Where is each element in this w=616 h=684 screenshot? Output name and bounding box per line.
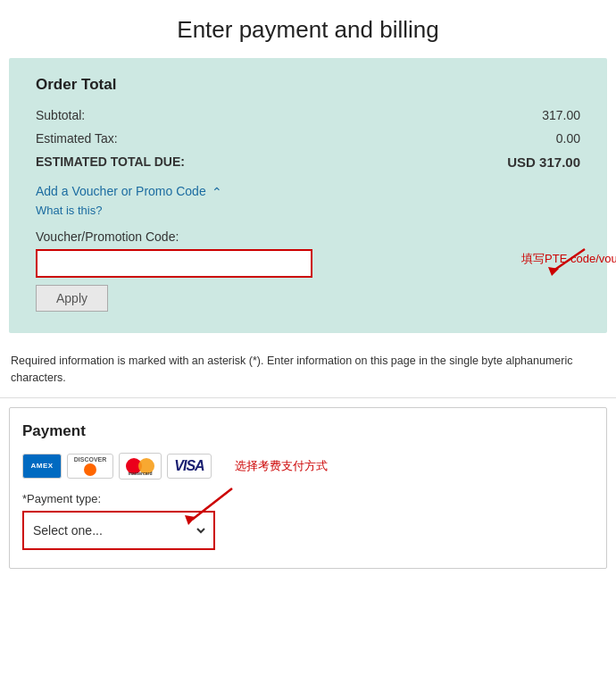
card-annotation-text: 选择考费支付方式 [235, 458, 328, 474]
visa-card-icon: VISA [167, 454, 212, 479]
svg-marker-3 [185, 515, 196, 525]
total-currency: USD [507, 154, 536, 170]
subtotal-value: 317.00 [542, 108, 580, 122]
voucher-link-row: Add a Voucher or Promo Code ⌃ [36, 184, 580, 200]
payment-arrow-icon [165, 484, 237, 529]
total-label: ESTIMATED TOTAL DUE: [36, 154, 185, 170]
voucher-input-wrap [36, 249, 580, 278]
chevron-up-icon: ⌃ [212, 184, 222, 200]
card-icons-row: AMEX DISCOVER mastercard VISA 选择考费支付方式 [22, 453, 594, 480]
voucher-input[interactable] [36, 249, 312, 278]
payment-type-label: *Payment type: [22, 492, 594, 505]
discover-card-icon: DISCOVER [67, 454, 113, 479]
tax-row: Estimated Tax: 0.00 [36, 131, 580, 146]
order-total-section: Order Total Subtotal: 317.00 Estimated T… [9, 58, 607, 333]
subtotal-row: Subtotal: 317.00 [36, 108, 580, 122]
page-title: Enter payment and billing [0, 0, 616, 58]
payment-title: Payment [22, 422, 594, 440]
total-value: 317.00 [539, 154, 580, 170]
what-is-this-link[interactable]: What is this? [36, 204, 580, 217]
amex-card-icon: AMEX [22, 454, 62, 479]
payment-section: Payment AMEX DISCOVER mastercard VISA 选择… [9, 407, 607, 569]
svg-line-2 [192, 488, 232, 520]
voucher-promo-link[interactable]: Add a Voucher or Promo Code [36, 184, 206, 198]
apply-row: Apply [36, 285, 580, 312]
voucher-annotation-text: 填写PTE code/voucher码 [521, 252, 616, 265]
order-total-title: Order Total [36, 76, 580, 94]
tax-value: 0.00 [556, 131, 580, 146]
mastercard-card-icon: mastercard [119, 453, 162, 480]
tax-label: Estimated Tax: [36, 131, 118, 146]
voucher-label: Voucher/Promotion Code: [36, 229, 580, 244]
total-row: ESTIMATED TOTAL DUE: USD 317.00 [36, 154, 580, 170]
subtotal-label: Subtotal: [36, 108, 85, 122]
total-amount: USD 317.00 [507, 154, 580, 170]
required-note: Required information is marked with an a… [0, 344, 616, 398]
apply-button[interactable]: Apply [36, 285, 108, 312]
